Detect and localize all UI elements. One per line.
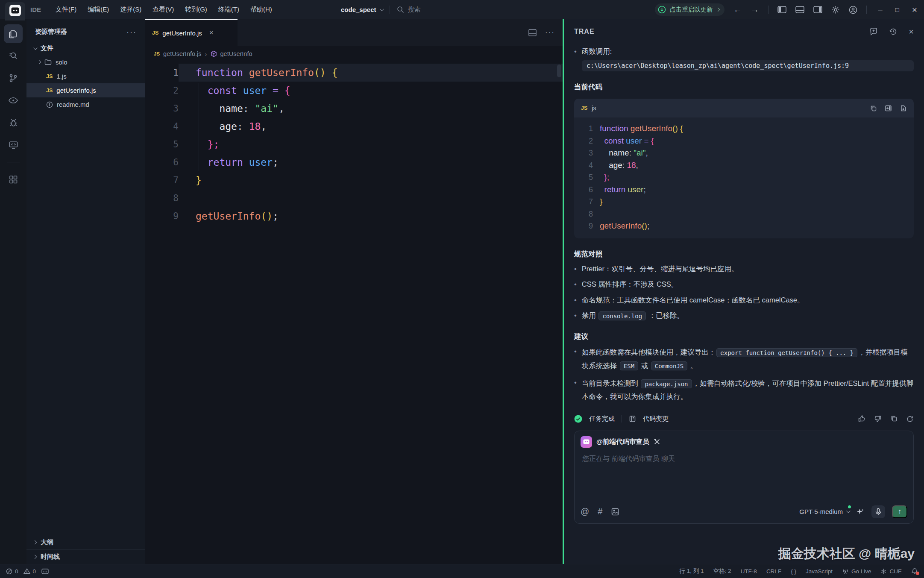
attach-image-icon[interactable] <box>611 508 619 516</box>
copy-code-icon[interactable] <box>870 105 877 112</box>
toggle-bottom-panel-button[interactable] <box>795 6 804 13</box>
agent-name[interactable]: @前端代码审查员 <box>596 437 649 446</box>
send-button[interactable]: ↑ <box>892 505 907 518</box>
toggle-right-panel-button[interactable] <box>813 6 822 13</box>
code-line[interactable]: 7} <box>145 171 563 189</box>
menu-goto[interactable]: 转到(G) <box>181 4 211 15</box>
code-line[interactable]: 3 name: "ai", <box>574 147 914 159</box>
nav-forward-button[interactable]: → <box>751 5 759 15</box>
code-line[interactable]: 5 }; <box>574 171 914 184</box>
regenerate-icon[interactable] <box>906 415 914 422</box>
code-line[interactable]: 3 name: "ai", <box>145 100 563 117</box>
tree-item-readme[interactable]: readme.md <box>26 97 145 111</box>
thumbs-up-icon[interactable] <box>858 415 865 422</box>
suggest-heading: 建议 <box>574 332 914 341</box>
files-section-header[interactable]: 文件 <box>26 42 145 55</box>
update-button[interactable]: 点击重启以更新 <box>655 3 725 16</box>
tab-close-icon[interactable]: × <box>209 29 214 37</box>
menu-selection[interactable]: 选择(S) <box>116 4 146 15</box>
context-hash-icon[interactable]: # <box>598 507 602 516</box>
explorer-more-icon[interactable]: ··· <box>126 30 137 34</box>
timeline-section[interactable]: 时间线 <box>26 549 145 564</box>
thumbs-down-icon[interactable] <box>874 415 882 422</box>
code-changes-label[interactable]: 代码变更 <box>643 415 669 423</box>
copy-response-icon[interactable] <box>890 415 898 422</box>
settings-gear-icon[interactable] <box>831 6 840 14</box>
search-sidebar-icon[interactable] <box>4 47 23 65</box>
code-line[interactable]: 2 const user = { <box>145 82 563 100</box>
eol-sequence[interactable]: CRLF <box>766 568 781 575</box>
outline-section[interactable]: 大纲 <box>26 535 145 549</box>
suggest-item: •如果此函数需在其他模块使用，建议导出：export function getU… <box>574 346 914 373</box>
function-call-path[interactable]: c:\Users\acer\Desktop\leason_zp\ai\agent… <box>582 60 914 71</box>
code-line[interactable]: 2 const user = { <box>574 135 914 147</box>
apply-code-icon[interactable] <box>900 105 907 112</box>
menu-view[interactable]: 查看(V) <box>148 4 178 15</box>
code-line[interactable]: 6 return user; <box>145 153 563 171</box>
global-search[interactable]: 搜索 <box>397 6 421 14</box>
tree-item-1js[interactable]: JS 1.js <box>26 69 145 83</box>
code-line[interactable]: 9getUserInfo(); <box>145 207 563 225</box>
preview-eye-icon[interactable] <box>4 91 23 110</box>
history-icon[interactable] <box>889 27 898 36</box>
window-close-button[interactable]: × <box>912 5 917 15</box>
account-icon[interactable] <box>849 6 857 14</box>
indentation[interactable]: 空格: 2 <box>713 567 731 575</box>
split-editor-icon[interactable] <box>528 29 537 36</box>
code-line[interactable]: 9getUserInfo(); <box>574 220 914 232</box>
menu-help[interactable]: 帮助(H) <box>246 4 276 15</box>
app-logo-tab[interactable] <box>5 2 25 21</box>
chat-input-box[interactable]: @前端代码审查员 您正在与 前端代码审查员 聊天 @ # <box>574 431 914 524</box>
editor-scrollbar[interactable] <box>557 65 561 77</box>
editor-more-icon[interactable]: ··· <box>545 28 555 37</box>
chevron-down-icon <box>846 509 851 513</box>
code-line[interactable]: 4 age: 18, <box>145 117 563 135</box>
mic-icon[interactable] <box>871 505 885 518</box>
braces-indicator[interactable]: { } <box>791 568 796 575</box>
code-line[interactable]: 1function getUserInfo() { <box>574 123 914 135</box>
mention-icon[interactable]: @ <box>581 507 589 516</box>
go-live-button[interactable]: Go Live <box>842 568 871 575</box>
explorer-icon[interactable] <box>4 24 23 43</box>
code-line[interactable]: 1function getUserInfo() { <box>145 64 563 82</box>
menu-terminal[interactable]: 终端(T) <box>214 4 243 15</box>
code-line[interactable]: 4 age: 18, <box>574 159 914 172</box>
notifications-bell-icon[interactable] <box>911 568 918 575</box>
code-line[interactable]: 7} <box>574 196 914 208</box>
tree-item-getuserinfo[interactable]: JS getUserInfo.js <box>26 83 145 97</box>
close-panel-icon[interactable]: × <box>909 27 914 37</box>
menu-file[interactable]: 文件(F) <box>51 4 81 15</box>
window-maximize-button[interactable]: □ <box>895 6 899 13</box>
tab-getuserinfo[interactable]: JS getUserInfo.js × <box>145 19 238 46</box>
code-line[interactable]: 8 <box>574 208 914 220</box>
extensions-grid-icon[interactable] <box>4 170 23 189</box>
new-chat-icon[interactable] <box>869 27 878 36</box>
remote-screen-icon[interactable] <box>4 135 23 154</box>
language-mode[interactable]: JavaScript <box>806 568 833 575</box>
breadcrumb-symbol[interactable]: getUserInfo <box>220 50 252 57</box>
insert-code-icon[interactable] <box>885 105 892 112</box>
window-minimize-button[interactable]: – <box>878 5 883 14</box>
sparkle-icon[interactable] <box>856 508 865 516</box>
problems-indicator[interactable]: 0 0 <box>6 568 36 575</box>
cue-button[interactable]: CUE <box>880 568 902 575</box>
source-control-icon[interactable] <box>4 69 23 88</box>
debug-bug-icon[interactable] <box>4 113 23 132</box>
menu-edit[interactable]: 编辑(E) <box>83 4 113 15</box>
toggle-left-panel-button[interactable] <box>777 6 786 13</box>
trae-status-icon[interactable] <box>41 569 49 574</box>
code-line[interactable]: 8 <box>145 189 563 207</box>
tree-item-solo[interactable]: solo <box>26 55 145 69</box>
nav-back-button[interactable]: ← <box>733 5 742 15</box>
code-line[interactable]: 6 return user; <box>574 184 914 196</box>
code-editor[interactable]: 1function getUserInfo() {2 const user = … <box>145 62 563 564</box>
project-selector[interactable]: code_spect <box>341 6 383 13</box>
cursor-position[interactable]: 行 1, 列 1 <box>680 567 704 575</box>
chat-placeholder[interactable]: 您正在与 前端代码审查员 聊天 <box>582 455 907 464</box>
breadcrumb-file[interactable]: getUserInfo.js <box>163 50 201 57</box>
symbol-cube-icon <box>211 50 217 57</box>
encoding[interactable]: UTF-8 <box>741 568 757 575</box>
model-selector[interactable]: GPT-5-medium <box>799 508 849 515</box>
code-line[interactable]: 5 }; <box>145 135 563 153</box>
assistant-code[interactable]: 1function getUserInfo() {2 const user = … <box>574 117 914 238</box>
